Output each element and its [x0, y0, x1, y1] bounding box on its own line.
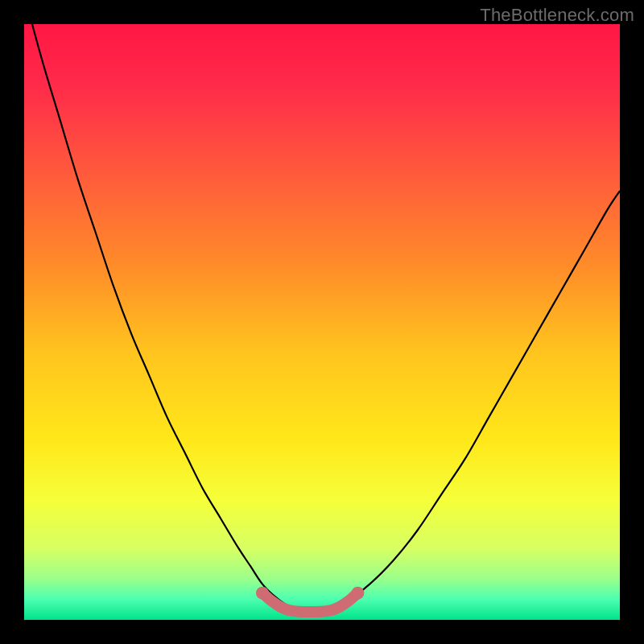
chart-svg [24, 24, 620, 620]
marker-endpoint [256, 587, 269, 600]
plot-area [24, 24, 620, 620]
marker-endpoint [351, 587, 364, 600]
watermark-text: TheBottleneck.com [480, 5, 634, 26]
chart-frame: TheBottleneck.com [0, 0, 644, 644]
gradient-background [24, 24, 620, 620]
